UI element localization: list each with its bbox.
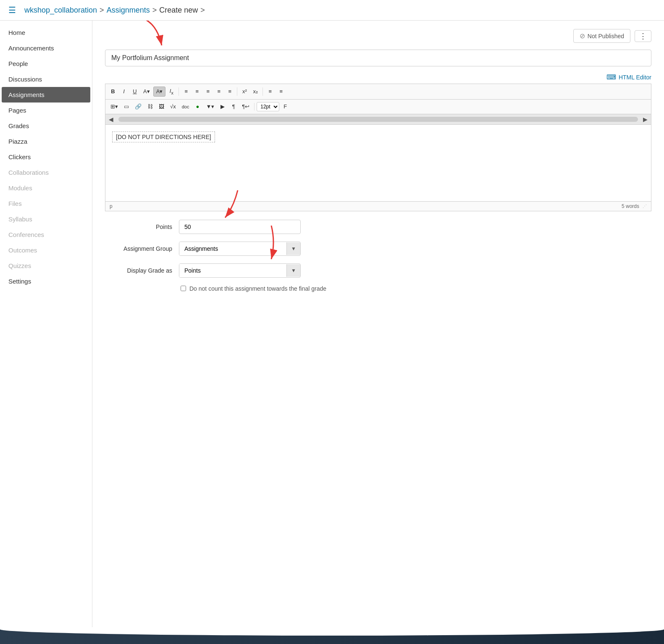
- breadcrumb-sep-1: >: [100, 6, 104, 15]
- sidebar-item-piazza[interactable]: Piazza: [0, 134, 92, 149]
- toolbar-italic[interactable]: I: [119, 87, 129, 97]
- sidebar-item-discussions[interactable]: Discussions: [0, 71, 92, 87]
- form-section: Points: [105, 220, 651, 292]
- content-area: ⊘ Not Published ⋮ ⌨ HTML Editor: [92, 21, 664, 627]
- editor-scroll-row: ◀ ▶: [105, 114, 651, 124]
- toolbar-record[interactable]: ●: [192, 102, 202, 111]
- form-row-assignment-group: Assignment Group Assignments ▼: [105, 242, 651, 256]
- breadcrumb: wkshop_collaboration > Assignments > Cre…: [24, 6, 205, 15]
- toolbar-subscript[interactable]: x₂: [250, 87, 260, 97]
- sidebar-item-quizzes[interactable]: Quizzes: [0, 258, 92, 273]
- checkbox-row: Do not count this assignment towards the…: [105, 285, 651, 292]
- toolbar-doc[interactable]: doc: [179, 102, 192, 111]
- assignment-group-select[interactable]: Assignments: [179, 242, 286, 255]
- kebab-menu-button[interactable]: ⋮: [635, 30, 651, 42]
- toolbar-indent-inc[interactable]: ≡: [225, 87, 235, 97]
- sidebar-item-grades[interactable]: Grades: [0, 118, 92, 134]
- display-grade-select[interactable]: Points Percentage Complete/Incomplete Le…: [179, 264, 286, 277]
- toolbar-link[interactable]: 🔗: [132, 102, 144, 111]
- sidebar-item-home[interactable]: Home: [0, 25, 92, 40]
- html-editor-icon: ⌨: [606, 73, 616, 81]
- toolbar-font-color[interactable]: A▾: [141, 87, 152, 97]
- sidebar-item-settings[interactable]: Settings: [0, 273, 92, 289]
- editor-toolbar-row1: B I U A▾ A▾ Ix ≡ ≡ ≡ ≡ ≡ x² x₂ ≡ ≡: [105, 84, 651, 99]
- toolbar-align-right[interactable]: ≡: [203, 87, 213, 97]
- assignment-group-label: Assignment Group: [105, 245, 172, 252]
- editor-area[interactable]: [DO NOT PUT DIRECTIONS HERE]: [105, 124, 651, 202]
- scroll-track[interactable]: [118, 117, 638, 122]
- toolbar-rtl[interactable]: ¶↩: [239, 102, 252, 111]
- points-input[interactable]: [179, 220, 301, 234]
- editor-status-bar: p 5 words ⋰: [105, 202, 651, 211]
- toolbar-align-center[interactable]: ≡: [192, 87, 202, 97]
- toolbar-image[interactable]: 🖼: [156, 102, 167, 111]
- main-layout: Home Announcements People Discussions As…: [0, 21, 664, 627]
- toolbar-indent-dec[interactable]: ≡: [214, 87, 224, 97]
- title-input-wrap: [105, 50, 651, 73]
- display-grade-label: Display Grade as: [105, 267, 172, 274]
- sidebar-item-outcomes[interactable]: Outcomes: [0, 242, 92, 258]
- sidebar-item-files[interactable]: Files: [0, 196, 92, 211]
- assignment-group-arrow[interactable]: ▼: [286, 242, 300, 255]
- toolbar-media[interactable]: ▭: [121, 102, 131, 111]
- word-count: 5 words: [622, 203, 639, 209]
- breadcrumb-assignments[interactable]: Assignments: [107, 6, 150, 15]
- html-editor-row[interactable]: ⌨ HTML Editor: [105, 73, 651, 81]
- toolbar-underline[interactable]: U: [130, 87, 140, 97]
- hamburger-icon[interactable]: ☰: [8, 5, 16, 15]
- sidebar-item-assignments[interactable]: Assignments: [2, 87, 90, 103]
- editor-toolbar-row2: ⊞▾ ▭ 🔗 ⛓ 🖼 √x doc ● ▼▾ ▶ ¶ ¶↩ 12pt 8pt 1…: [105, 99, 651, 114]
- toolbar-table[interactable]: ⊞▾: [108, 102, 121, 111]
- breadcrumb-sep-3: >: [200, 6, 205, 15]
- sidebar-item-pages[interactable]: Pages: [0, 103, 92, 118]
- toolbar-align-left[interactable]: ≡: [181, 87, 191, 97]
- sidebar-item-conferences[interactable]: Conferences: [0, 227, 92, 242]
- resize-handle[interactable]: ⋰: [643, 204, 647, 208]
- points-input-wrap: [179, 220, 301, 234]
- toolbar-unordered-list[interactable]: ≡: [265, 87, 275, 97]
- scroll-left-arrow[interactable]: ◀: [105, 115, 117, 124]
- display-grade-wrap: Points Percentage Complete/Incomplete Le…: [179, 263, 301, 278]
- not-published-button[interactable]: ⊘ Not Published: [573, 29, 630, 43]
- toolbar-sep-4: [254, 103, 255, 110]
- form-row-points: Points: [105, 220, 651, 234]
- bottom-wave: [0, 627, 664, 644]
- top-bar: ☰ wkshop_collaboration > Assignments > C…: [0, 0, 664, 21]
- toolbar-sep-2: [237, 87, 237, 96]
- toolbar-bold[interactable]: B: [108, 87, 118, 97]
- editor-content[interactable]: [DO NOT PUT DIRECTIONS HERE]: [112, 131, 644, 195]
- sidebar-item-clickers[interactable]: Clickers: [0, 149, 92, 165]
- toolbar-sep-1: [178, 87, 179, 96]
- assignment-group-select-wrap: Assignments ▼: [179, 242, 301, 256]
- toolbar-equation[interactable]: √x: [168, 102, 178, 111]
- toolbar-video[interactable]: ▶: [218, 102, 228, 111]
- breadcrumb-course[interactable]: wkshop_collaboration: [24, 6, 97, 15]
- editor-tag: p: [110, 203, 113, 209]
- final-grade-checkbox[interactable]: [181, 286, 186, 291]
- toolbar-paragraph[interactable]: ¶: [228, 102, 239, 111]
- publish-bar: ⊘ Not Published ⋮: [105, 29, 651, 43]
- toolbar-dropdown2[interactable]: ▼▾: [203, 102, 217, 111]
- html-editor-label[interactable]: HTML Editor: [619, 74, 651, 81]
- toolbar-clear-format[interactable]: Ix: [166, 87, 176, 97]
- display-grade-select-wrap: Points Percentage Complete/Incomplete Le…: [179, 263, 301, 278]
- toolbar-ordered-list[interactable]: ≡: [276, 87, 286, 97]
- toolbar-font-family[interactable]: F: [280, 102, 290, 111]
- toolbar-sep-3: [262, 87, 263, 96]
- toolbar-superscript[interactable]: x²: [239, 87, 249, 97]
- scroll-right-arrow[interactable]: ▶: [640, 115, 651, 124]
- toolbar-highlight-color[interactable]: A▾: [153, 87, 166, 97]
- sidebar-item-collaborations[interactable]: Collaborations: [0, 165, 92, 180]
- sidebar-item-modules[interactable]: Modules: [0, 180, 92, 196]
- form-row-display-grade: Display Grade as Points: [105, 263, 651, 278]
- sidebar-item-people[interactable]: People: [0, 56, 92, 71]
- sidebar-item-syllabus[interactable]: Syllabus: [0, 211, 92, 227]
- assignment-title-input[interactable]: [105, 50, 651, 66]
- not-published-icon: ⊘: [580, 32, 585, 40]
- toolbar-unlink[interactable]: ⛓: [145, 102, 155, 111]
- toolbar-font-size[interactable]: 12pt 8pt 10pt 14pt 18pt 24pt 36pt: [257, 102, 279, 111]
- breadcrumb-create-new: Create new: [159, 6, 198, 15]
- sidebar-item-announcements[interactable]: Announcements: [0, 40, 92, 56]
- display-grade-arrow[interactable]: ▼: [286, 264, 300, 277]
- editor-placeholder-text: [DO NOT PUT DIRECTIONS HERE]: [112, 131, 215, 142]
